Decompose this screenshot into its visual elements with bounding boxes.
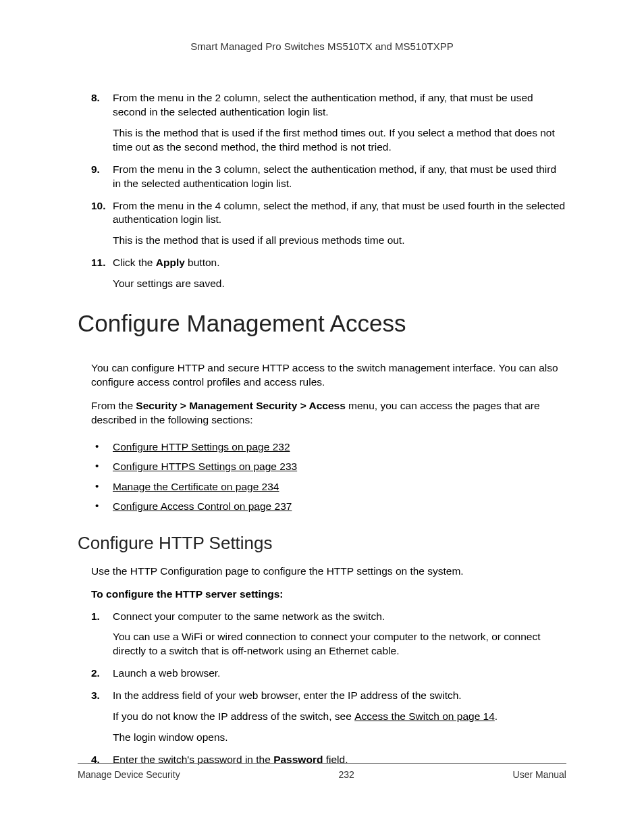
step-number: 10. — [91, 199, 106, 213]
step-number: 2. — [91, 667, 100, 681]
subsection-heading: Configure HTTP Settings — [78, 533, 566, 554]
bullet-link-item: Configure HTTP Settings on page 232 — [91, 437, 566, 457]
bullet-link-item: Configure Access Control on page 237 — [91, 496, 566, 516]
step-b-2: 2. Launch a web browser. — [91, 667, 566, 681]
step-b-1: 1. Connect your computer to the same net… — [91, 610, 566, 659]
step-extra: This is the method that is used if all p… — [113, 234, 566, 248]
h2-paragraph: Use the HTTP Configuration page to confi… — [78, 565, 566, 579]
step-extra: This is the method that is used if the f… — [113, 126, 566, 155]
steps-list-b: 1. Connect your computer to the same net… — [78, 610, 566, 767]
step-text: Launch a web browser. — [113, 667, 220, 679]
step-9: 9. From the menu in the 3 column, select… — [91, 163, 566, 191]
step-number: 11. — [91, 256, 106, 270]
step-number: 1. — [91, 610, 100, 624]
step-extra-2: The login window opens. — [113, 731, 566, 745]
link-access-switch[interactable]: Access the Switch on page 14 — [354, 710, 495, 722]
menu-paragraph: From the Security > Management Security … — [78, 399, 566, 427]
document-page: Smart Managed Pro Switches MS510TX and M… — [0, 0, 644, 767]
step-10: 10. From the menu in the 4 column, selec… — [91, 199, 566, 249]
step-text: In the address field of your web browser… — [113, 689, 462, 701]
link-manage-certificate[interactable]: Manage the Certificate on page 234 — [113, 481, 279, 492]
steps-list-a: 8. From the menu in the 2 column, select… — [78, 91, 566, 291]
step-text: From the menu in the 2 column, select th… — [113, 92, 533, 118]
step-text: From the menu in the 4 column, select th… — [113, 200, 565, 226]
step-number: 9. — [91, 163, 100, 177]
footer-page-number: 232 — [339, 769, 354, 780]
footer-right: User Manual — [513, 769, 566, 780]
bullet-link-item: Configure HTTPS Settings on page 233 — [91, 457, 566, 476]
section-heading: Configure Management Access — [78, 310, 566, 337]
link-bullets: Configure HTTP Settings on page 232 Conf… — [78, 437, 566, 517]
link-configure-http[interactable]: Configure HTTP Settings on page 232 — [113, 441, 290, 452]
step-11: 11. Click the Apply button. Your setting… — [91, 256, 566, 291]
footer-left: Manage Device Security — [78, 769, 180, 780]
step-text: Click the Apply button. — [113, 257, 220, 268]
step-extra: If you do not know the IP address of the… — [113, 710, 566, 724]
link-configure-https[interactable]: Configure HTTPS Settings on page 233 — [113, 461, 297, 472]
step-number: 3. — [91, 689, 100, 703]
link-configure-access-control[interactable]: Configure Access Control on page 237 — [113, 500, 292, 512]
step-extra: Your settings are saved. — [113, 277, 566, 291]
step-b-3: 3. In the address field of your web brow… — [91, 689, 566, 745]
intro-paragraph: You can configure HTTP and secure HTTP a… — [78, 361, 566, 390]
step-8: 8. From the menu in the 2 column, select… — [91, 91, 566, 155]
step-number: 8. — [91, 91, 100, 105]
step-text: Connect your computer to the same networ… — [113, 610, 385, 622]
bullet-link-item: Manage the Certificate on page 234 — [91, 477, 566, 496]
page-footer: Manage Device Security 232 User Manual — [78, 763, 566, 780]
page-header-title: Smart Managed Pro Switches MS510TX and M… — [78, 41, 566, 52]
procedure-heading: To configure the HTTP server settings: — [78, 588, 566, 600]
step-text: From the menu in the 3 column, select th… — [113, 163, 556, 189]
step-extra: You can use a WiFi or wired connection t… — [113, 630, 566, 658]
